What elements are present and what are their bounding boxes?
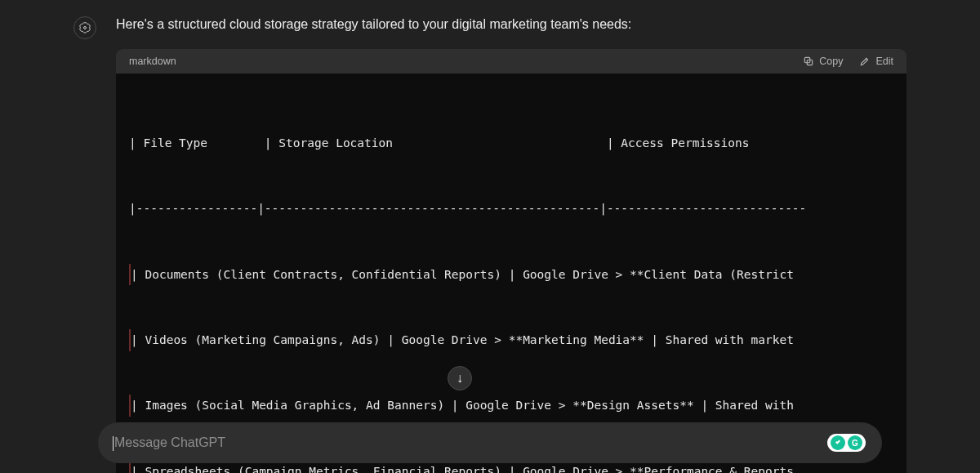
code-block: markdown Copy [116,49,906,473]
svg-point-0 [84,27,87,29]
edit-icon [859,56,871,67]
code-line: | Documents (Client Contracts, Confident… [129,264,893,286]
code-header: markdown Copy [116,49,906,74]
openai-logo-icon [78,21,91,34]
copy-icon [803,56,814,67]
text-caret [113,436,114,451]
edit-label: Edit [875,56,893,67]
assistant-avatar [74,16,96,39]
grammarly-status-icon [831,435,845,450]
input-trailing-icons: G [827,434,866,452]
assistant-message: Here's a structured cloud storage strate… [74,15,906,473]
edit-button[interactable]: Edit [859,56,893,67]
code-line: | Videos (Marketing Campaigns, Ads) | Go… [129,329,893,351]
code-language-label: markdown [129,56,176,67]
grammarly-g-icon: G [848,435,862,450]
arrow-down-icon: ↓ [457,371,463,386]
input-placeholder: Message ChatGPT [114,435,225,450]
intro-text: Here's a structured cloud storage strate… [116,15,906,34]
code-line: | File Type | Storage Location | Access … [129,132,893,154]
code-line: |-----------------|---------------------… [129,198,893,220]
copy-label: Copy [819,56,843,67]
code-content[interactable]: | File Type | Storage Location | Access … [116,74,906,473]
copy-button[interactable]: Copy [803,56,843,67]
code-line: | Images (Social Media Graphics, Ad Bann… [129,395,893,417]
scroll-to-bottom-button[interactable]: ↓ [448,366,472,390]
grammarly-badge[interactable]: G [827,434,866,452]
message-input[interactable]: Message ChatGPT G [98,422,882,463]
